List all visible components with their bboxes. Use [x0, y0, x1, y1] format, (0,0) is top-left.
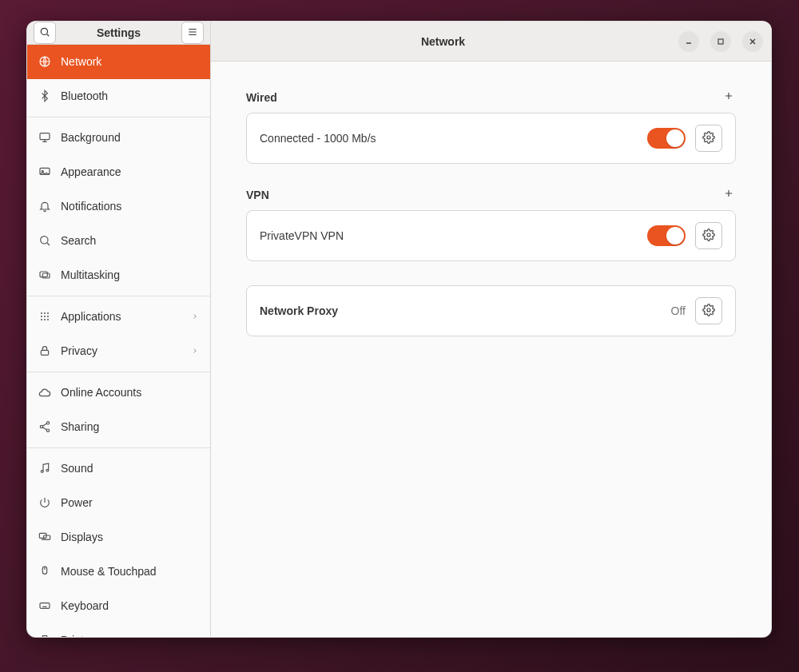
svg-rect-46 [718, 39, 723, 44]
sidebar-item-background[interactable]: Background [27, 121, 210, 155]
wired-toggle[interactable] [647, 128, 686, 149]
wired-settings-button[interactable] [695, 125, 722, 152]
gear-icon [702, 229, 715, 244]
sidebar-item-keyboard[interactable]: Keyboard [27, 589, 210, 623]
sidebar-item-power[interactable]: Power [27, 486, 210, 520]
svg-point-11 [41, 237, 48, 244]
gear-icon [702, 131, 715, 146]
nav-separator [27, 296, 210, 296]
svg-rect-13 [40, 272, 47, 277]
vpn-settings-button[interactable] [695, 222, 722, 249]
maximize-button[interactable] [710, 31, 731, 52]
sidebar-item-applications[interactable]: Applications [27, 300, 210, 334]
globe-icon [38, 55, 51, 68]
wired-card: Connected - 1000 Mb/s [246, 113, 736, 164]
sidebar-item-mouse-touchpad[interactable]: Mouse & Touchpad [27, 555, 210, 589]
sidebar-nav: NetworkBluetoothBackgroundAppearanceNoti… [27, 45, 210, 638]
sidebar-item-label: Displays [61, 531, 103, 543]
add-wired-button[interactable] [721, 90, 736, 105]
svg-point-15 [41, 312, 42, 314]
svg-rect-43 [42, 636, 46, 638]
displays-icon [38, 531, 51, 543]
sidebar-item-label: Sharing [61, 420, 99, 433]
minimize-icon [685, 34, 693, 49]
svg-point-55 [707, 308, 710, 312]
content-area: Wired Connected - 1000 Mb/s VPN [211, 62, 771, 365]
svg-rect-33 [44, 535, 50, 539]
sidebar-item-label: Power [61, 496, 93, 509]
sidebar-item-appearance[interactable]: Appearance [27, 155, 210, 189]
close-icon [749, 34, 757, 49]
search-button[interactable] [34, 22, 56, 44]
main-header: Network [211, 22, 771, 62]
svg-line-12 [47, 243, 50, 245]
nav-separator [27, 117, 210, 117]
multitask-icon [38, 268, 51, 281]
gear-icon [702, 304, 715, 319]
sidebar-item-label: Appearance [61, 165, 121, 178]
add-vpn-button[interactable] [721, 188, 736, 202]
monitor-icon [38, 131, 51, 144]
settings-window: Settings NetworkBluetoothBackgroundAppea… [26, 21, 772, 638]
search-icon [39, 26, 50, 40]
sidebar-item-label: Privacy [61, 344, 97, 357]
sidebar-item-printers[interactable]: Printers [27, 623, 210, 638]
svg-point-30 [41, 471, 43, 473]
sidebar-item-sharing[interactable]: Sharing [27, 410, 210, 444]
sidebar-item-notifications[interactable]: Notifications [27, 189, 210, 224]
sidebar-item-label: Network [61, 55, 101, 68]
plus-icon [723, 188, 734, 202]
chevron-right-icon [191, 310, 199, 323]
svg-rect-6 [40, 133, 50, 140]
power-icon [38, 496, 51, 509]
sidebar-item-online-accounts[interactable]: Online Accounts [27, 376, 210, 410]
vpn-card: PrivateVPN VPN [246, 210, 736, 261]
svg-point-19 [44, 316, 46, 317]
wired-section-header: Wired [246, 90, 736, 105]
minimize-button[interactable] [678, 31, 699, 52]
vpn-section-header: VPN [246, 188, 736, 202]
svg-point-16 [44, 312, 46, 314]
hamburger-button[interactable] [181, 22, 204, 44]
close-button[interactable] [742, 31, 763, 52]
svg-line-29 [42, 427, 46, 430]
appearance-icon [38, 165, 51, 178]
proxy-status: Off [671, 304, 686, 317]
keyboard-icon [38, 599, 51, 612]
svg-point-23 [47, 319, 49, 320]
sidebar-item-displays[interactable]: Displays [27, 520, 210, 555]
sidebar-item-label: Online Accounts [61, 386, 141, 399]
wired-heading: Wired [246, 91, 277, 104]
svg-point-22 [44, 319, 46, 320]
svg-rect-37 [40, 603, 50, 609]
bluetooth-icon [38, 89, 51, 102]
sidebar-item-privacy[interactable]: Privacy [27, 334, 210, 368]
proxy-row: Network Proxy Off [247, 286, 735, 336]
vpn-row: PrivateVPN VPN [247, 211, 735, 260]
sidebar-item-search[interactable]: Search [27, 224, 210, 258]
sidebar-item-label: Notifications [61, 200, 121, 213]
bell-icon [38, 200, 51, 213]
sidebar-item-network[interactable]: Network [27, 45, 210, 79]
sidebar-item-sound[interactable]: Sound [27, 451, 210, 486]
printer-icon [38, 634, 51, 638]
vpn-name: PrivateVPN VPN [260, 229, 638, 242]
wired-row: Connected - 1000 Mb/s [247, 113, 735, 163]
nav-separator [27, 372, 210, 372]
vpn-toggle[interactable] [647, 225, 686, 246]
mouse-icon [38, 565, 51, 578]
nav-separator [27, 447, 210, 448]
sidebar-item-bluetooth[interactable]: Bluetooth [27, 79, 210, 113]
sidebar-title: Settings [61, 26, 177, 39]
svg-point-0 [41, 28, 47, 34]
chevron-right-icon [191, 344, 199, 357]
svg-point-54 [707, 233, 710, 237]
svg-point-51 [707, 136, 710, 139]
svg-point-21 [41, 319, 42, 320]
proxy-settings-button[interactable] [695, 297, 722, 324]
maximize-icon [717, 34, 725, 49]
sidebar-item-label: Search [61, 234, 96, 247]
svg-line-1 [47, 34, 50, 36]
search-icon [38, 234, 51, 247]
sidebar-item-multitasking[interactable]: Multitasking [27, 258, 210, 292]
